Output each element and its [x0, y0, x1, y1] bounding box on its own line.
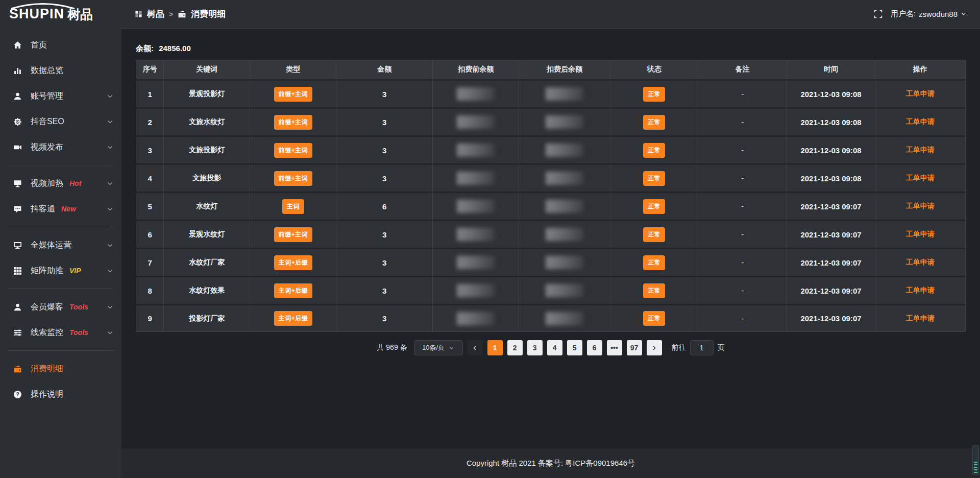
work-order-link[interactable]: 工单申请 — [906, 286, 935, 294]
masked-value — [546, 172, 583, 185]
cell-index: 6 — [136, 220, 164, 248]
work-order-link[interactable]: 工单申请 — [906, 117, 935, 126]
page-button-97[interactable]: 97 — [627, 340, 642, 355]
sidebar-item-label: 消费明细 — [31, 364, 63, 374]
cell-amount: 3 — [336, 220, 433, 248]
cell-index: 3 — [136, 135, 164, 163]
work-order-link[interactable]: 工单申请 — [906, 146, 935, 154]
cell-index: 7 — [136, 248, 164, 276]
goto-page-input[interactable] — [690, 340, 714, 355]
sidebar-item-douyin-seo[interactable]: 抖音SEO — [0, 109, 121, 134]
work-order-link[interactable]: 工单申请 — [906, 314, 935, 322]
page-button-1[interactable]: 1 — [487, 340, 503, 355]
breadcrumb-item-current[interactable]: 消费明细 — [191, 8, 226, 20]
column-header-0: 序号 — [136, 60, 164, 79]
sidebar-item-matrix-boost[interactable]: 矩阵助推VIP — [0, 258, 121, 283]
table-row: 4文旅投影前缀+主词3正常-2021-12-03 09:08工单申请 — [136, 163, 966, 192]
masked-value — [546, 115, 583, 129]
next-page-button[interactable] — [647, 340, 662, 355]
cell-balance-after-masked — [519, 107, 610, 135]
bar-chart-icon — [13, 66, 23, 75]
page-button-6[interactable]: 6 — [587, 340, 602, 355]
cell-amount: 3 — [336, 107, 433, 135]
masked-value — [457, 256, 495, 269]
copyright-text: Copyright 树品 2021 备案号: 粤ICP备09019646号 — [467, 459, 635, 468]
chevron-down-icon — [961, 10, 967, 18]
sidebar-item-media-operation[interactable]: 全媒体运营 — [0, 232, 121, 258]
chevron-down-icon — [107, 268, 113, 274]
logo-arc — [9, 3, 77, 9]
cell-amount: 3 — [336, 79, 433, 107]
floating-widget[interactable] — [972, 445, 979, 475]
page-button-3[interactable]: 3 — [527, 340, 543, 355]
cell-index: 8 — [136, 276, 164, 304]
cell-keyword: 水纹灯厂家 — [164, 248, 250, 276]
masked-value — [546, 312, 583, 325]
sidebar-item-consumption-detail[interactable]: 消费明细 — [0, 356, 121, 381]
masked-value — [457, 284, 495, 297]
column-header-7: 备注 — [698, 60, 787, 79]
breadcrumb-item-home[interactable]: 树品 — [147, 8, 164, 20]
masked-value — [546, 256, 583, 269]
home-icon — [13, 40, 23, 50]
cell-action: 工单申请 — [875, 107, 966, 135]
sidebar-item-account-management[interactable]: 账号管理 — [0, 83, 121, 109]
work-order-link[interactable]: 工单申请 — [906, 258, 935, 266]
prev-page-button[interactable] — [468, 340, 483, 355]
user-dropdown[interactable]: 用户名: zswodun88 — [891, 9, 967, 19]
page-button-4[interactable]: 4 — [547, 340, 562, 355]
content-area: 余额: 24856.00 序号关键词类型金额扣费前余额扣费后余额状态备注时间操作… — [121, 29, 980, 448]
sidebar-item-member-leads[interactable]: 会员爆客Tools — [0, 294, 121, 320]
sidebar-item-video-heating[interactable]: 视频加热Hot — [0, 171, 121, 196]
cell-balance-after-masked — [519, 79, 610, 107]
type-badge: 前缀+主词 — [274, 87, 313, 102]
work-order-link[interactable]: 工单申请 — [906, 202, 935, 210]
work-order-link[interactable]: 工单申请 — [906, 174, 935, 182]
page-button-5[interactable]: 5 — [567, 340, 582, 355]
sidebar-item-douketong[interactable]: 抖客通New — [0, 196, 121, 222]
cell-time: 2021-12-03 09:08 — [787, 163, 875, 192]
sidebar-item-badge: VIP — [69, 267, 81, 275]
page-button-2[interactable]: 2 — [507, 340, 523, 355]
masked-value — [546, 228, 583, 241]
status-badge: 正常 — [643, 199, 665, 214]
page-buttons: 123456•••97 — [487, 340, 642, 355]
sidebar-item-home[interactable]: 首页 — [0, 32, 121, 58]
cell-status: 正常 — [610, 107, 698, 135]
work-order-link[interactable]: 工单申请 — [906, 230, 935, 238]
cell-status: 正常 — [610, 220, 698, 248]
cell-status: 正常 — [610, 304, 698, 332]
cell-balance-before-masked — [433, 163, 519, 192]
sidebar: SHUPIN 树品 首页数据总览账号管理抖音SEO视频发布视频加热Hot抖客通N… — [0, 0, 121, 478]
breadcrumb: 树品 > 消费明细 — [135, 8, 226, 20]
cell-status: 正常 — [610, 248, 698, 276]
masked-value — [546, 200, 583, 213]
sidebar-divider — [8, 165, 113, 165]
question-icon: ? — [13, 390, 23, 399]
fullscreen-icon[interactable] — [874, 10, 883, 18]
sidebar-item-label: 矩阵助推 — [31, 266, 63, 276]
cell-keyword: 文旅投影 — [164, 163, 250, 192]
table-row: 7水纹灯厂家主词+后缀3正常-2021-12-03 09:07工单申请 — [136, 248, 966, 276]
cell-type: 前缀+主词 — [250, 79, 336, 107]
column-header-1: 关键词 — [164, 60, 250, 79]
work-order-link[interactable]: 工单申请 — [906, 89, 935, 98]
cell-amount: 6 — [336, 192, 433, 220]
page-size-select[interactable]: 10条/页 — [414, 340, 463, 355]
type-badge: 主词 — [282, 199, 304, 214]
cell-balance-before-masked — [433, 276, 519, 304]
cell-amount: 3 — [336, 135, 433, 163]
sidebar-item-clue-monitor[interactable]: 线索监控Tools — [0, 320, 121, 345]
sidebar-item-video-publish[interactable]: 视频发布 — [0, 134, 121, 160]
status-badge: 正常 — [643, 143, 665, 158]
footer: Copyright 树品 2021 备案号: 粤ICP备09019646号 — [121, 448, 980, 478]
cell-status: 正常 — [610, 276, 698, 304]
sidebar-item-operation-guide[interactable]: ?操作说明 — [0, 381, 121, 407]
username-label: 用户名: — [891, 9, 916, 19]
sidebar-item-data-overview[interactable]: 数据总览 — [0, 58, 121, 83]
logo-text-en: SHUPIN — [9, 7, 64, 21]
masked-value — [546, 144, 583, 157]
page-ellipsis-button[interactable]: ••• — [607, 340, 622, 355]
cell-type: 前缀+主词 — [250, 163, 336, 192]
cell-remark: - — [698, 304, 787, 332]
